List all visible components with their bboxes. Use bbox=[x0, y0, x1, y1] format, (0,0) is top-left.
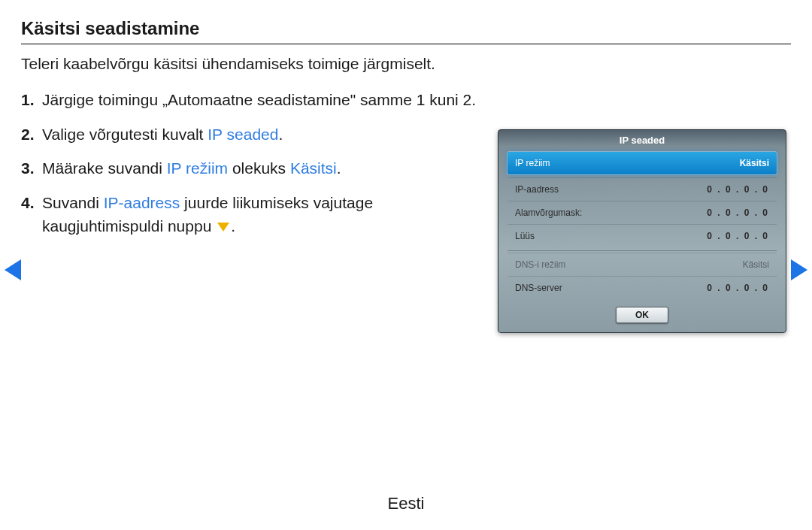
nav-next-button[interactable] bbox=[791, 259, 807, 280]
page-title: Käsitsi seadistamine bbox=[21, 18, 791, 44]
step-number: 4. bbox=[21, 191, 35, 215]
row-gateway[interactable]: Lüüs 0 . 0 . 0 . 0 bbox=[508, 224, 777, 247]
step-text-post: . bbox=[278, 126, 283, 143]
triangle-left-icon bbox=[5, 259, 21, 280]
row-label: IP-aadress bbox=[515, 184, 559, 195]
row-label: Alamvõrgumask: bbox=[515, 207, 582, 218]
row-value: 0 . 0 . 0 . 0 bbox=[707, 283, 769, 293]
down-arrow-icon bbox=[217, 223, 229, 232]
step-text-pre: Valige võrgutesti kuvalt bbox=[42, 126, 208, 143]
row-subnet-mask[interactable]: Alamvõrgumask: 0 . 0 . 0 . 0 bbox=[508, 201, 777, 224]
row-dns-mode[interactable]: DNS-i režiim Käsitsi bbox=[508, 253, 777, 276]
row-value: Käsitsi bbox=[740, 158, 769, 168]
row-label: DNS-i režiim bbox=[515, 259, 565, 270]
row-value: Käsitsi bbox=[743, 259, 769, 270]
panel-title: IP seaded bbox=[498, 130, 786, 152]
step-text: Järgige toimingu „Automaatne seadistamin… bbox=[42, 91, 476, 108]
row-value: 0 . 0 . 0 . 0 bbox=[707, 184, 769, 195]
row-value: 0 . 0 . 0 . 0 bbox=[707, 231, 769, 241]
step-1: 1. Järgige toimingu „Automaatne seadista… bbox=[21, 88, 791, 112]
row-label: DNS-server bbox=[515, 283, 562, 293]
highlight-ip-reziim: IP režiim bbox=[167, 159, 228, 177]
ip-settings-panel: IP seaded IP režiim Käsitsi IP-aadress 0… bbox=[498, 129, 786, 333]
row-dns-server[interactable]: DNS-server 0 . 0 . 0 . 0 bbox=[508, 276, 777, 299]
row-ip-address[interactable]: IP-aadress 0 . 0 . 0 . 0 bbox=[508, 177, 777, 201]
nav-prev-button[interactable] bbox=[5, 259, 21, 280]
step-number: 2. bbox=[21, 123, 35, 147]
highlight-kasitsi: Käsitsi bbox=[290, 159, 337, 177]
row-label: Lüüs bbox=[515, 231, 535, 241]
highlight-ip-seaded: IP seaded bbox=[208, 126, 278, 143]
step-text-pre: Suvandi bbox=[42, 194, 104, 211]
step-text-post: . bbox=[231, 217, 235, 235]
row-value: 0 . 0 . 0 . 0 bbox=[707, 207, 769, 218]
intro-text: Teleri kaabelvõrgu käsitsi ühendamiseks … bbox=[21, 55, 791, 73]
step-number: 3. bbox=[21, 156, 35, 180]
triangle-right-icon bbox=[791, 259, 807, 280]
step-number: 1. bbox=[21, 88, 35, 112]
highlight-ip-aadress: IP-aadress bbox=[104, 194, 180, 211]
step-text-post: . bbox=[337, 159, 341, 177]
divider bbox=[508, 250, 777, 251]
row-label: IP režiim bbox=[515, 158, 550, 168]
step-4: 4. Suvandi IP-aadress juurde liikumiseks… bbox=[21, 191, 465, 238]
ok-button[interactable]: OK bbox=[616, 307, 668, 323]
step-text-pre: Määrake suvandi bbox=[42, 159, 167, 177]
step-text-mid: olekuks bbox=[228, 159, 290, 177]
language-footer: Eesti bbox=[0, 494, 812, 513]
row-ip-mode[interactable]: IP režiim Käsitsi bbox=[508, 152, 777, 174]
